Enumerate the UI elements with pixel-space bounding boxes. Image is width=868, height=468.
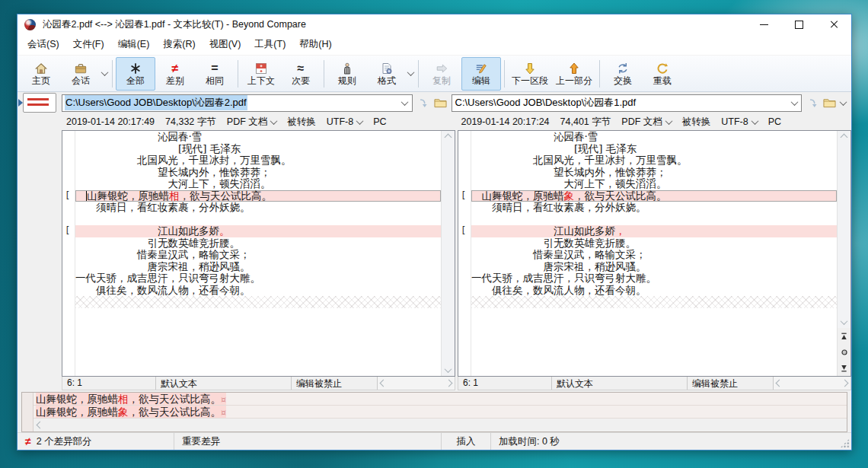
right-browse-folder-button[interactable] [822, 96, 837, 110]
text-line[interactable]: 大河上下，顿失滔滔。 [471, 178, 837, 190]
referee-icon [341, 62, 353, 75]
previous-difference-button[interactable] [838, 328, 850, 344]
right-syntax-format: 默认文本 [552, 377, 688, 390]
diff-line[interactable]: 山舞银蛇，原驰蜡象，欲与天公试比高。 [471, 190, 837, 202]
toolbar-button-differences[interactable]: ≠差别 [155, 57, 195, 91]
minimize-button[interactable] [746, 14, 781, 34]
diff-char: ， [615, 225, 626, 237]
menu-item-session[interactable]: 会话(S) [21, 35, 66, 54]
gutter-marker [62, 131, 75, 143]
toolbar-button-rules[interactable]: 规则 [327, 57, 367, 91]
menu-item-view[interactable]: 视图(V) [203, 35, 248, 54]
toolbar-dropdown-format[interactable] [407, 58, 415, 90]
right-text-area[interactable]: 沁园春·雪 [现代] 毛泽东 北国风光，千里冰封，万里雪飘。 望长城内外，惟馀莽… [471, 131, 837, 376]
scroll-up-button[interactable] [838, 131, 850, 143]
toolbar-button-all[interactable]: 全部 [116, 57, 155, 91]
right-vertical-scrollbar[interactable] [837, 131, 850, 376]
text-line[interactable]: 望长城内外，惟馀莽莽； [471, 167, 837, 179]
text-line[interactable]: 唐宗宋祖，稍逊风骚。 [471, 261, 837, 273]
left-browse-folder-button[interactable] [433, 96, 448, 110]
text-line[interactable]: 沁园春·雪 [471, 131, 837, 143]
scrollbar-track[interactable] [838, 143, 850, 316]
close-button[interactable] [816, 14, 851, 34]
text-line[interactable]: [现代] 毛泽东 [471, 143, 837, 155]
text-line[interactable]: 沁园春·雪 [75, 131, 441, 143]
scroll-down-button[interactable] [442, 364, 455, 376]
text-line[interactable]: [现代] 毛泽东 [75, 143, 441, 155]
left-horizontal-scrollbar[interactable] [378, 377, 455, 390]
chevron-up-icon [841, 133, 848, 141]
toolbar-button-home[interactable]: 主页 [21, 57, 61, 91]
menu-item-help[interactable]: 帮助(H) [292, 35, 338, 54]
text-segment: 沁园春·雪 [75, 131, 202, 142]
right-horizontal-scrollbar[interactable] [774, 377, 850, 390]
diff-line[interactable]: 江山如此多娇， [471, 225, 837, 237]
toolbar-button-label: 规则 [338, 76, 356, 86]
text-line[interactable]: 惜秦皇汉武，略输文采； [471, 249, 837, 261]
path-row: C:\Users\Good JOB\Desktop\沁园春2.pdf C:\Us… [18, 92, 851, 113]
filler-line[interactable] [471, 296, 837, 308]
toolbar-button-minor[interactable]: ≈次要 [281, 57, 321, 91]
text-line[interactable] [75, 214, 441, 226]
text-line[interactable] [471, 214, 837, 226]
toolbar-button-sessions[interactable]: 会话 [61, 57, 101, 91]
left-copy-path-arrow-button[interactable] [416, 96, 431, 110]
text-line[interactable]: 俱往矣，数风流人物，还看今朝。 [471, 285, 837, 297]
text-line[interactable]: 一代天骄，成吉思汗，只识弯弓射大雕。 [75, 272, 441, 285]
title-bar[interactable]: 沁园春2.pdf <--> 沁园春1.pdf - 文本比较(T) - Beyon… [18, 14, 851, 34]
right-path-dropdown-button[interactable] [787, 95, 801, 111]
menu-item-search[interactable]: 搜索(R) [156, 35, 202, 54]
gutter-marker [458, 296, 471, 308]
right-folder-dropdown-button[interactable] [839, 100, 847, 106]
toolbar-button-label: 差别 [166, 76, 184, 86]
filler-line[interactable] [75, 296, 441, 308]
right-path-combo[interactable]: C:\Users\Good JOB\Desktop\沁园春1.pdf [452, 94, 803, 112]
text-line[interactable]: 须晴日，看红妆素裹，分外妖娆。 [471, 202, 837, 214]
text-line[interactable]: 惜秦皇汉武，略输文采； [75, 249, 441, 261]
toolbar-button-context[interactable]: 上下文 [241, 57, 281, 91]
toolbar-button-format[interactable]: 格式 [367, 57, 407, 91]
left-encoding-select[interactable]: UTF-8 [327, 116, 362, 127]
scrollbar-track[interactable] [442, 143, 455, 364]
text-line[interactable]: 唐宗宋祖，稍逊风骚。 [75, 261, 441, 273]
diff-line[interactable]: 山舞银蛇，原驰蜡相，欲与天公试比高。 [75, 190, 441, 202]
text-line[interactable]: 引无数英雄竞折腰。 [471, 237, 837, 250]
toolbar-button-same[interactable]: =相同 [195, 57, 235, 91]
center-current-difference-button[interactable] [838, 344, 850, 360]
left-text-area[interactable]: 沁园春·雪 [现代] 毛泽东 北国风光，千里冰封，万里雪飘。 望长城内外，惟馀莽… [75, 131, 441, 376]
left-path-dropdown-button[interactable] [398, 95, 412, 111]
toolbar-button-reload[interactable]: 重载 [643, 57, 682, 91]
right-copy-path-arrow-button[interactable] [806, 96, 820, 110]
left-vertical-scrollbar[interactable] [441, 131, 455, 376]
text-line[interactable]: 北国风光，千里冰封，万里雪飘。 [75, 154, 441, 167]
swap-icon [616, 62, 630, 75]
text-line[interactable]: 俱往矣，数风流人物，还看今朝。 [75, 285, 441, 297]
toolbar-dropdown-sessions[interactable] [101, 58, 109, 90]
chevron-down-icon [841, 317, 848, 325]
left-path-combo[interactable]: C:\Users\Good JOB\Desktop\沁园春2.pdf [62, 94, 413, 112]
menu-item-tools[interactable]: 工具(T) [247, 35, 292, 54]
next-difference-button[interactable] [838, 360, 850, 376]
scroll-up-button[interactable] [442, 131, 455, 143]
text-line[interactable]: 一代天骄，成吉思汗，只识弯弓射大雕。 [471, 272, 837, 285]
toolbar-button-edit[interactable]: 编辑 [461, 57, 501, 91]
menu-item-file[interactable]: 文件(F) [66, 35, 111, 54]
text-segment: 一代天骄，成吉思汗，只识弯弓射大雕。 [471, 272, 656, 284]
right-format-select[interactable]: PDF 文档 [621, 116, 671, 129]
text-line[interactable]: 须晴日，看红妆素裹，分外妖娆。 [75, 202, 441, 214]
right-encoding-select[interactable]: UTF-8 [721, 116, 757, 127]
menu-item-edit[interactable]: 编辑(E) [111, 35, 157, 54]
text-line[interactable]: 大河上下，顿失滔滔。 [75, 178, 441, 190]
scroll-down-button[interactable] [838, 316, 850, 328]
maximize-button[interactable] [781, 14, 816, 34]
resize-grip[interactable] [840, 438, 850, 448]
detail-horizontal-scrollbar[interactable] [34, 419, 847, 431]
toolbar-button-prev-part[interactable]: 上一部分 [552, 57, 596, 91]
text-line[interactable]: 北国风光，千里冰封，万里雪飘。 [471, 154, 837, 167]
text-line[interactable]: 望长城内外，惟馀莽莽； [75, 167, 441, 179]
toolbar-button-next-section[interactable]: 下一区段 [508, 57, 552, 91]
text-line[interactable]: 引无数英雄竞折腰。 [75, 237, 441, 250]
left-format-select[interactable]: PDF 文档 [227, 116, 276, 129]
toolbar-button-swap[interactable]: 交换 [603, 57, 643, 91]
diff-line[interactable]: 江山如此多娇。 [75, 225, 441, 237]
